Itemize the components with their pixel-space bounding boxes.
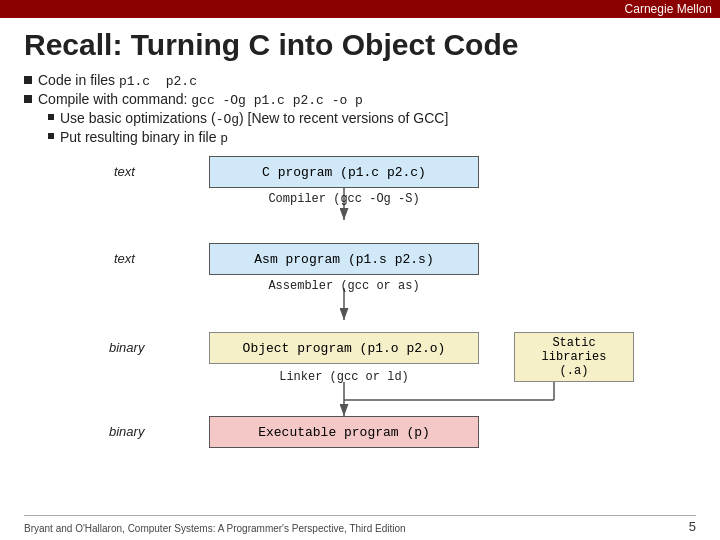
- bullet-1-code: p1.c p2.c: [119, 74, 197, 89]
- sub-bullet-1: Use basic optimizations (-Og) [New to re…: [48, 110, 696, 127]
- footer: Bryant and O'Hallaron, Computer Systems:…: [24, 515, 696, 534]
- footer-citation: Bryant and O'Hallaron, Computer Systems:…: [24, 523, 406, 534]
- bullet-1-text: Code in files p1.c p2.c: [38, 72, 197, 89]
- sub-bullet-2-code: p: [220, 131, 228, 146]
- bullet-square-2: [24, 95, 32, 103]
- compiler-label: Compiler (gcc -Og -S): [268, 192, 419, 206]
- bullets-section: Code in files p1.c p2.c Compile with com…: [24, 72, 696, 146]
- page-number: 5: [689, 519, 696, 534]
- assembler-label: Assembler (gcc or as): [268, 279, 419, 293]
- sub-bullet-2-text: Put resulting binary in file p: [60, 129, 228, 146]
- bullet-2-text: Compile with command: gcc -Og p1.c p2.c …: [38, 91, 363, 108]
- sub-bullet-square-1: [48, 114, 54, 120]
- slide-title: Recall: Turning C into Object Code: [24, 28, 696, 62]
- sub-bullet-1-code: -Og: [216, 112, 239, 127]
- diagram: text C program (p1.c p2.c) Compiler (gcc…: [54, 152, 714, 452]
- label-binary-1: binary: [109, 340, 144, 355]
- label-binary-2: binary: [109, 424, 144, 439]
- bullet-1: Code in files p1.c p2.c: [24, 72, 696, 89]
- sub-bullet-2: Put resulting binary in file p: [48, 129, 696, 146]
- sub-bullets: Use basic optimizations (-Og) [New to re…: [48, 110, 696, 146]
- box-c-program: C program (p1.c p2.c): [209, 156, 479, 188]
- sub-bullet-square-2: [48, 133, 54, 139]
- box-asm-program: Asm program (p1.s p2.s): [209, 243, 479, 275]
- box-executable: Executable program (p): [209, 416, 479, 448]
- bullet-2-code: gcc -Og p1.c p2.c -o p: [191, 93, 363, 108]
- top-bar: Carnegie Mellon: [0, 0, 720, 18]
- bullet-2: Compile with command: gcc -Og p1.c p2.c …: [24, 91, 696, 108]
- linker-label: Linker (gcc or ld): [279, 370, 409, 384]
- sub-bullet-1-text: Use basic optimizations (-Og) [New to re…: [60, 110, 448, 127]
- label-text-1: text: [114, 164, 135, 179]
- bullet-square-1: [24, 76, 32, 84]
- label-text-2: text: [114, 251, 135, 266]
- main-content: Recall: Turning C into Object Code Code …: [0, 18, 720, 460]
- university-name: Carnegie Mellon: [625, 2, 712, 16]
- box-static-libs: Static libraries (.a): [514, 332, 634, 382]
- box-object-program: Object program (p1.o p2.o): [209, 332, 479, 364]
